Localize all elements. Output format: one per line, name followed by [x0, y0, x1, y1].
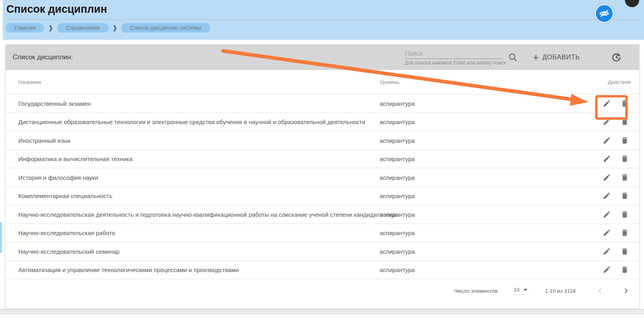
trash-icon — [621, 192, 629, 200]
search-button[interactable] — [506, 51, 520, 64]
edit-button[interactable] — [601, 245, 613, 257]
edit-button[interactable] — [601, 171, 613, 183]
previous-page-button[interactable] — [594, 285, 606, 297]
pencil-icon — [603, 192, 611, 200]
trash-icon — [621, 247, 629, 255]
pencil-icon — [603, 229, 611, 237]
edit-button[interactable] — [601, 116, 613, 128]
discipline-name: История и философия науки — [18, 174, 98, 181]
breadcrumb: Главная ❱ Справочники ❱ Список дисциплин… — [6, 23, 210, 33]
discipline-level: аспирантура — [380, 156, 415, 162]
table-row: История и философия науки аспирантура — [6, 168, 639, 187]
plus-icon: + — [533, 53, 539, 61]
row-actions — [601, 97, 630, 109]
row-actions — [601, 171, 630, 183]
delete-button[interactable] — [619, 153, 630, 165]
discipline-level: аспирантура — [380, 266, 415, 273]
breadcrumb-directories[interactable]: Справочники — [57, 23, 109, 33]
discipline-name: Автоматизация и управление технологическ… — [18, 266, 239, 273]
items-per-page-label: Число элементов — [454, 288, 498, 294]
table-row: Научно-исследовательский семинар аспиран… — [6, 242, 639, 261]
discipline-level: аспирантура — [380, 174, 415, 181]
discipline-level: аспирантура — [380, 193, 415, 199]
row-actions — [601, 245, 630, 257]
discipline-level: аспирантура — [380, 137, 415, 144]
horizontal-scrollbar-track[interactable] — [0, 309, 644, 314]
delete-button[interactable] — [619, 264, 630, 276]
pencil-icon — [603, 247, 611, 255]
edit-button[interactable] — [601, 264, 613, 276]
column-header-level: Уровень — [380, 79, 400, 85]
add-button[interactable]: + ДОБАВИТЬ — [533, 53, 580, 61]
delete-button[interactable] — [619, 208, 630, 220]
left-edge-peek-element — [0, 222, 2, 253]
edit-button[interactable] — [601, 208, 613, 220]
pencil-icon — [603, 155, 611, 163]
trash-icon — [621, 229, 629, 237]
table-header-row: Название Уровень Действия — [6, 70, 639, 94]
row-actions — [601, 227, 630, 239]
table-row: Научно-исследовательская работа аспирант… — [6, 224, 639, 243]
discipline-name: Иностранный язык — [18, 137, 70, 144]
trash-icon — [621, 266, 629, 274]
search-block: Для поиска нажмите Enter или кнопку поис… — [405, 49, 502, 66]
table-row: Информатика и вычислительная техника асп… — [6, 150, 639, 169]
eye-off-icon — [599, 8, 610, 19]
title-divider — [6, 19, 640, 20]
discipline-level: аспирантура — [380, 100, 415, 107]
disciplines-table: Государственный экзамен аспирантура — [6, 94, 639, 279]
discipline-name: Комплементарная специальность — [18, 193, 113, 199]
discipline-name: Дистанционные образовательные технологии… — [18, 119, 365, 125]
column-header-actions: Действия — [608, 79, 630, 85]
pencil-icon — [603, 210, 611, 218]
visibility-toggle-button[interactable] — [594, 4, 614, 23]
table-row: Научно-исследовательская деятельность и … — [6, 205, 639, 224]
discipline-name: Научно-исследовательская деятельность и … — [18, 211, 396, 218]
pencil-icon — [603, 118, 611, 126]
discipline-level: аспирантура — [380, 230, 415, 236]
discipline-level: аспирантура — [380, 248, 415, 255]
page-header: Список дисциплин Главная ❱ Справочники ❱… — [3, 0, 644, 40]
trash-icon — [621, 136, 629, 144]
breadcrumb-separator-icon: ❱ — [113, 23, 118, 33]
delete-button[interactable] — [619, 245, 630, 257]
toolbar-actions: Для поиска нажмите Enter или кнопку поис… — [405, 49, 623, 66]
discipline-name: Научно-исследовательский семинар — [18, 248, 120, 255]
edit-button[interactable] — [601, 153, 613, 165]
page-size-select[interactable]: 10 — [513, 287, 528, 295]
edit-button[interactable] — [601, 134, 613, 146]
breadcrumb-home[interactable]: Главная — [6, 23, 44, 33]
breadcrumb-disciplines-list[interactable]: Список дисциплин системы — [121, 23, 210, 33]
delete-button[interactable] — [619, 134, 630, 146]
delete-button[interactable] — [619, 190, 630, 202]
refresh-button[interactable] — [609, 51, 623, 64]
edit-button[interactable] — [601, 97, 613, 109]
row-actions — [601, 134, 630, 146]
search-icon — [508, 52, 518, 62]
table-row: Государственный экзамен аспирантура — [6, 94, 639, 113]
panel-toolbar: Список дисциплин: Для поиска нажмите Ent… — [6, 45, 639, 70]
discipline-name: Научно-исследовательская работа — [18, 230, 115, 236]
row-actions — [601, 208, 630, 220]
table-row: Комплементарная специальность аспирантур… — [6, 187, 639, 206]
trash-icon — [621, 99, 629, 107]
discipline-level: аспирантура — [380, 119, 415, 125]
page-range-label: 1-10 из 3118 — [545, 288, 576, 294]
row-actions — [601, 190, 630, 202]
discipline-level: аспирантура — [380, 211, 415, 218]
next-page-button[interactable] — [620, 285, 632, 297]
pencil-icon — [603, 136, 611, 144]
search-input[interactable] — [405, 49, 502, 59]
update-icon — [611, 52, 622, 63]
disciplines-panel: Список дисциплин: Для поиска нажмите Ent… — [6, 45, 639, 309]
add-button-label: ДОБАВИТЬ — [542, 54, 580, 61]
delete-button[interactable] — [619, 97, 630, 109]
discipline-name: Информатика и вычислительная техника — [18, 156, 132, 162]
chevron-right-icon — [622, 286, 630, 295]
delete-button[interactable] — [619, 116, 630, 128]
delete-button[interactable] — [619, 227, 630, 239]
edit-button[interactable] — [601, 190, 613, 202]
edit-button[interactable] — [601, 227, 613, 239]
delete-button[interactable] — [619, 171, 630, 183]
pencil-icon — [603, 266, 611, 274]
